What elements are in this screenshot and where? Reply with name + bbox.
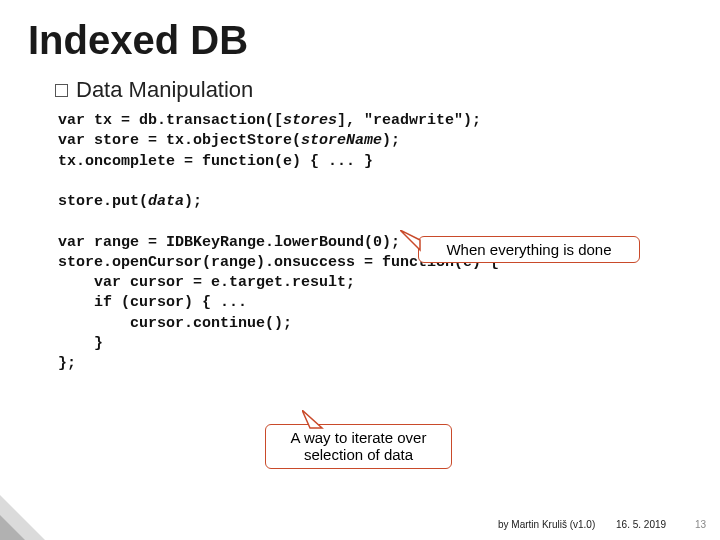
code-l2b: storeName — [301, 132, 382, 149]
code-l10: } — [58, 335, 103, 352]
code-l4a: store.put( — [58, 193, 148, 210]
callout-iterate-tail-icon — [302, 410, 332, 430]
bullet-text: Data Manipulation — [76, 77, 253, 103]
code-l2c: ); — [382, 132, 400, 149]
svg-marker-1 — [302, 410, 322, 428]
code-l4b: data — [148, 193, 184, 210]
callout-iterate-line1: A way to iterate over — [291, 429, 427, 446]
svg-marker-0 — [400, 230, 420, 250]
code-l11: }; — [58, 355, 76, 372]
code-l1a: var tx = db.transaction([ — [58, 112, 283, 129]
slide-title: Indexed DB — [28, 18, 720, 63]
callout-done: When everything is done — [418, 236, 640, 263]
code-l7: var cursor = e.target.result; — [58, 274, 355, 291]
footer-page: 13 — [695, 519, 706, 530]
footer: by Martin Kruliš (v1.0) 16. 5. 2019 13 — [498, 519, 706, 530]
callout-iterate-line2: selection of data — [304, 446, 413, 463]
footer-byline: by Martin Kruliš (v1.0) — [498, 519, 595, 530]
callout-done-text: When everything is done — [446, 241, 611, 258]
footer-date: 16. 5. 2019 — [616, 519, 666, 530]
code-l4c: ); — [184, 193, 202, 210]
callout-done-tail-icon — [400, 230, 430, 255]
corner-decoration2-icon — [0, 515, 25, 540]
code-l5: var range = IDBKeyRange.lowerBound(0); — [58, 234, 400, 251]
bullet-line: Data Manipulation — [55, 77, 690, 103]
bullet-box-icon — [55, 84, 68, 97]
code-l1b: stores — [283, 112, 337, 129]
code-l2a: var store = tx.objectStore( — [58, 132, 301, 149]
code-l8: if (cursor) { ... — [58, 294, 247, 311]
code-l3: tx.oncomplete = function(e) { ... } — [58, 153, 373, 170]
callout-iterate: A way to iterate over selection of data — [265, 424, 452, 469]
code-l1c: ], "readwrite"); — [337, 112, 481, 129]
slide-body: Data Manipulation var tx = db.transactio… — [55, 77, 690, 374]
code-l9: cursor.continue(); — [58, 315, 292, 332]
